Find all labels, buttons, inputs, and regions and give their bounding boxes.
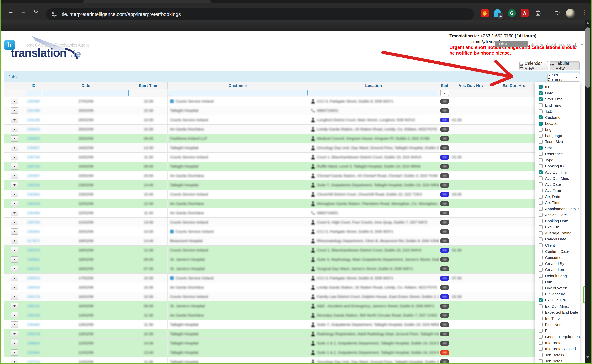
- column-toggle-item[interactable]: Consumer: [539, 254, 580, 260]
- job-id-link[interactable]: 230141: [27, 304, 40, 308]
- tabular-view-button[interactable]: Tabular View: [550, 61, 579, 70]
- column-toggle-item[interactable]: E-Signature: [539, 291, 580, 297]
- checkbox-unchecked-icon[interactable]: [539, 347, 543, 351]
- checkbox-unchecked-icon[interactable]: [539, 201, 543, 205]
- row-expander-button[interactable]: [11, 303, 18, 309]
- date-filter-input[interactable]: [43, 90, 129, 96]
- job-id-link[interactable]: 230746: [27, 155, 40, 159]
- nav-item-receivables[interactable]: Receivables: [54, 43, 77, 48]
- row-expander-button[interactable]: [11, 359, 18, 363]
- column-toggle-item[interactable]: Ex. Dur. Mins.: [539, 303, 580, 309]
- column-toggle-item[interactable]: TZD: [539, 108, 580, 114]
- checkbox-unchecked-icon[interactable]: [539, 292, 543, 296]
- column-toggle-item[interactable]: Cancel Date: [539, 236, 580, 242]
- row-expander-button[interactable]: [11, 107, 18, 114]
- column-toggle-item[interactable]: Language: [539, 133, 580, 139]
- checkbox-unchecked-icon[interactable]: [539, 189, 543, 193]
- row-expander-button[interactable]: [11, 321, 18, 328]
- job-id-link[interactable]: 230116: [27, 266, 40, 271]
- acrobat-icon[interactable]: A: [521, 9, 529, 17]
- column-toggle-item[interactable]: Interpreter: [539, 340, 580, 346]
- checkbox-unchecked-icon[interactable]: [539, 323, 543, 326]
- grammarly-icon[interactable]: G: [508, 9, 516, 17]
- column-header-date[interactable]: Date: [42, 83, 130, 89]
- column-header-id[interactable]: ID: [25, 83, 42, 89]
- row-expander-button[interactable]: [11, 312, 18, 318]
- checkbox-checked-icon[interactable]: ✓: [539, 122, 543, 125]
- calendar-view-button[interactable]: Calendar View: [519, 61, 548, 70]
- column-toggle-item[interactable]: ✓Stat: [539, 145, 580, 151]
- checkbox-unchecked-icon[interactable]: [539, 353, 543, 357]
- reset-columns-caret-button[interactable]: [573, 73, 580, 82]
- column-toggle-item[interactable]: Team Size: [539, 139, 580, 145]
- column-toggle-item[interactable]: Arr. Date: [539, 194, 580, 200]
- job-id-link[interactable]: 230364: [27, 229, 40, 234]
- column-header-start-time[interactable]: Start Time: [130, 83, 168, 89]
- row-expander-button[interactable]: [11, 135, 18, 142]
- ghostery-icon[interactable]: 4: [494, 9, 502, 17]
- checkbox-checked-icon[interactable]: ✓: [539, 91, 543, 95]
- job-number-input[interactable]: Job #: [495, 40, 528, 47]
- checkbox-unchecked-icon[interactable]: [539, 237, 543, 241]
- row-expander-button[interactable]: [11, 349, 18, 356]
- checkbox-checked-icon[interactable]: ✓: [539, 116, 543, 119]
- column-toggle-item[interactable]: FI.: [539, 328, 580, 334]
- checkbox-unchecked-icon[interactable]: [539, 128, 543, 131]
- job-id-link[interactable]: 232964: [27, 350, 40, 355]
- extensions-puzzle-icon[interactable]: [534, 9, 542, 17]
- row-expander-button[interactable]: [11, 331, 18, 337]
- column-toggle-item[interactable]: Average Rating: [539, 230, 580, 236]
- profile-avatar[interactable]: [566, 9, 575, 18]
- job-id-link[interactable]: 230820: [27, 136, 40, 141]
- scrollbar-up-arrow[interactable]: [586, 22, 590, 25]
- back-button[interactable]: ←: [6, 6, 16, 16]
- checkbox-unchecked-icon[interactable]: [539, 329, 543, 333]
- row-expander-button[interactable]: [11, 275, 18, 281]
- checkbox-unchecked-icon[interactable]: [539, 182, 543, 186]
- column-toggle-item[interactable]: Gender Requirement: [539, 334, 580, 340]
- column-toggle-item[interactable]: ✓Location: [539, 120, 580, 126]
- row-expander-button[interactable]: [11, 98, 18, 104]
- user-menu[interactable]: dawmuz@yahoo.com: [531, 42, 583, 47]
- checkbox-unchecked-icon[interactable]: [539, 176, 543, 180]
- row-expander-button[interactable]: [11, 182, 18, 188]
- job-id-link[interactable]: 230760: [27, 220, 40, 224]
- column-toggle-item[interactable]: Confirm. Date: [539, 248, 580, 254]
- row-expander-button[interactable]: [11, 126, 18, 132]
- checkbox-unchecked-icon[interactable]: [539, 280, 543, 284]
- job-id-link[interactable]: 230418: [27, 202, 40, 206]
- row-expander-button[interactable]: [11, 210, 18, 216]
- row-expander-button[interactable]: [11, 201, 18, 207]
- column-toggle-item[interactable]: Lng: [539, 127, 580, 133]
- job-id-link[interactable]: 217872: [27, 239, 40, 243]
- column-toggle-item[interactable]: Default Lang.: [539, 273, 580, 279]
- column-toggle-item[interactable]: Booking ID: [539, 163, 580, 169]
- url-text[interactable]: tie.interpreterintelligence.com/app/inte…: [62, 12, 181, 17]
- row-expander-button[interactable]: [11, 219, 18, 225]
- id-filter-input[interactable]: [26, 90, 41, 96]
- column-toggle-item[interactable]: Final Notes: [539, 321, 580, 327]
- checkbox-unchecked-icon[interactable]: [539, 103, 543, 107]
- column-toggle-item[interactable]: Act. Dur. Mins: [539, 175, 580, 181]
- row-expander-button[interactable]: [11, 293, 18, 300]
- column-toggle-item[interactable]: ✓ID: [539, 84, 580, 90]
- column-toggle-item[interactable]: ✓Customer: [539, 114, 580, 120]
- job-id-link[interactable]: 230013: [27, 276, 40, 280]
- row-expander-button[interactable]: [11, 247, 18, 253]
- checkbox-unchecked-icon[interactable]: [539, 243, 543, 247]
- nav-item-calendar[interactable]: Calendar: [35, 43, 56, 48]
- checkbox-unchecked-icon[interactable]: [539, 286, 543, 290]
- checkbox-unchecked-icon[interactable]: [539, 335, 543, 339]
- scrollbar-thumb[interactable]: [585, 27, 590, 88]
- checkbox-unchecked-icon[interactable]: [539, 140, 543, 144]
- column-toggle-item[interactable]: Int. Time: [539, 315, 580, 321]
- job-id-link[interactable]: 230997: [27, 174, 40, 178]
- column-toggle-item[interactable]: Bkg. Tm: [539, 224, 580, 230]
- column-toggle-item[interactable]: Act. Date: [539, 181, 580, 187]
- column-toggle-item[interactable]: ✓Act. Dur. Hrs: [539, 169, 580, 175]
- column-header-stat[interactable]: Stat: [439, 83, 450, 89]
- checkbox-unchecked-icon[interactable]: [539, 304, 543, 308]
- checkbox-unchecked-icon[interactable]: [539, 134, 543, 137]
- row-expander-button[interactable]: [11, 145, 18, 151]
- job-id-link[interactable]: 230489: [27, 211, 40, 215]
